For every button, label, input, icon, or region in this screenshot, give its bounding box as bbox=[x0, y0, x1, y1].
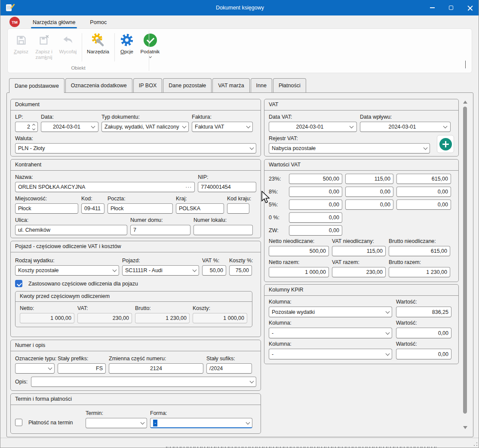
ribbon-tab-narzedzia-glowne[interactable]: Narzędzia główne bbox=[31, 16, 77, 28]
staly-prefiks-field[interactable]: FS bbox=[58, 363, 106, 374]
data-vat-combobox[interactable]: 2024-03-01 bbox=[269, 122, 357, 132]
rejestr-vat-combobox[interactable]: Nabycia pozostałe bbox=[269, 143, 430, 153]
titlebar: Dokument księgowy bbox=[0, 0, 479, 15]
chevron-down-icon bbox=[193, 268, 197, 272]
tab-inne[interactable]: Inne bbox=[251, 78, 272, 92]
czesciowe-odliczenia-checkbox[interactable] bbox=[15, 280, 22, 287]
maximize-icon bbox=[449, 6, 453, 10]
spinner-icons[interactable] bbox=[30, 124, 35, 130]
scrollbar-up-arrow-icon[interactable] bbox=[463, 101, 467, 104]
waluta-combobox[interactable]: PLN - Złoty bbox=[15, 143, 256, 153]
group-title: Termin i forma płatności bbox=[11, 394, 261, 405]
save-icon bbox=[10, 32, 32, 48]
vat-23-netto-field[interactable]: 500,00 bbox=[289, 174, 342, 184]
vat-23-vat-field[interactable]: 115,00 bbox=[345, 174, 393, 184]
group-vat: VAT Data VAT: 2024-03-01 Data wpływu: 20… bbox=[264, 99, 459, 156]
group-kontrahent: Kontrahent Nazwa: ORLEN SPÓŁKA AKCYJNA ·… bbox=[10, 159, 261, 238]
numer-domu-label: Numer domu: bbox=[130, 217, 190, 223]
undo-button[interactable]: Wycofaj bbox=[57, 32, 79, 55]
tools-button[interactable]: Narzędzia bbox=[84, 32, 112, 55]
group-title: Wartości VAT bbox=[264, 160, 458, 171]
vat-8-label: 8%: bbox=[269, 189, 289, 195]
pojazd-combobox[interactable]: SC1111R - Audi bbox=[122, 265, 199, 276]
options-button[interactable]: Opcje bbox=[116, 32, 138, 55]
brutto-razem-field[interactable]: 1 230,00 bbox=[389, 267, 450, 277]
close-button[interactable] bbox=[461, 0, 479, 15]
vat-23-label: 23%: bbox=[269, 176, 289, 182]
resize-grip[interactable] bbox=[476, 445, 477, 446]
tab-dane-podstawowe[interactable]: Dane podstawowe bbox=[9, 78, 64, 93]
vat-0-netto-field[interactable]: 0,00 bbox=[289, 212, 342, 223]
vat-5-vat-field[interactable]: 0,00 bbox=[345, 199, 393, 210]
vat-nieodliczany-field[interactable]: 115,00 bbox=[332, 246, 386, 256]
vat-5-netto-field[interactable]: 0,00 bbox=[289, 199, 342, 210]
lp-spinner[interactable]: 2 bbox=[15, 122, 38, 132]
wartosc-3-field[interactable]: 0,00 bbox=[396, 349, 451, 359]
czesciowe-odliczenia-label: Zastosowano częściowe odliczenia dla poj… bbox=[28, 281, 138, 287]
nazwa-field[interactable]: ORLEN SPÓŁKA AKCYJNA ··· bbox=[15, 182, 195, 192]
miejscowosc-field[interactable]: Płock bbox=[15, 203, 78, 214]
kwoty-vat-label: VAT: bbox=[77, 305, 132, 311]
numer-domu-field[interactable]: 7 bbox=[130, 225, 190, 235]
vat-8-brutto-field[interactable]: 0,00 bbox=[396, 187, 451, 197]
tab-platnosci[interactable]: Płatności bbox=[273, 78, 306, 92]
more-ellipsis-button[interactable]: ··· bbox=[183, 184, 192, 190]
kolumna-3-combobox[interactable]: - bbox=[269, 349, 392, 359]
vat-razem-field[interactable]: 230,00 bbox=[332, 267, 386, 277]
wartosc-1-field[interactable]: 836,25 bbox=[396, 307, 451, 317]
app-logo[interactable]: TM bbox=[9, 17, 20, 27]
scrollbar-down-arrow-icon[interactable] bbox=[463, 426, 467, 429]
save-and-close-button[interactable]: Zapisz i zamknij bbox=[32, 32, 56, 60]
termin-combobox[interactable] bbox=[86, 418, 147, 428]
save-button[interactable]: Zapisz bbox=[10, 32, 32, 55]
faktura-combobox[interactable]: Faktura VAT bbox=[192, 122, 253, 132]
oznaczenie-typu-combobox[interactable] bbox=[15, 363, 55, 374]
netto-razem-field[interactable]: 1 000,00 bbox=[269, 267, 329, 277]
maximize-button[interactable] bbox=[442, 0, 461, 15]
ulica-field[interactable]: ul. Chemików bbox=[15, 225, 127, 235]
chevron-down-icon bbox=[443, 124, 448, 129]
ribbon-tab-pomoc[interactable]: Pomoc bbox=[88, 16, 108, 28]
forma-combobox[interactable]: - bbox=[150, 418, 252, 428]
data-wplywu-combobox[interactable]: 2024-03-01 bbox=[360, 122, 451, 132]
vat-8-netto-field[interactable]: 0,00 bbox=[289, 187, 342, 197]
ribbon-collapse-button[interactable] bbox=[465, 61, 466, 68]
vat-procent-field[interactable]: 50,00 bbox=[202, 265, 226, 276]
chevron-down-icon bbox=[48, 366, 52, 370]
kolumna-1-combobox[interactable]: Pozostałe wydatki bbox=[269, 307, 392, 317]
kraj-field[interactable]: POLSKA bbox=[176, 203, 224, 214]
data-combobox[interactable]: 2024-03-01 bbox=[41, 122, 98, 132]
vertical-scrollbar[interactable] bbox=[461, 99, 469, 431]
zmienna-czesc-field[interactable]: 2124 bbox=[109, 363, 203, 374]
netto-nieodliczane-field[interactable]: 500,00 bbox=[269, 246, 329, 256]
wartosc-3-label: Wartość: bbox=[396, 341, 451, 347]
nip-field[interactable]: 7740001454 bbox=[198, 182, 256, 192]
typ-dokumentu-combobox[interactable]: Zakupy, wydatki, VAT naliczony bbox=[101, 122, 189, 132]
tab-oznaczenia-dodatkowe[interactable]: Oznaczenia dodatkowe bbox=[65, 78, 132, 92]
kolumna-2-combobox[interactable]: - bbox=[269, 328, 392, 338]
ribbon-separator bbox=[82, 33, 82, 61]
vat-8-vat-field[interactable]: 0,00 bbox=[345, 187, 393, 197]
rodzaj-wydatku-combobox[interactable]: Koszty pozostałe bbox=[15, 265, 119, 276]
minimize-button[interactable] bbox=[423, 0, 442, 15]
wartosc-2-field[interactable]: 0,00 bbox=[396, 328, 451, 338]
chevron-down-icon bbox=[250, 146, 254, 150]
tab-vat-marza[interactable]: VAT marża bbox=[212, 78, 249, 92]
poczta-field[interactable]: Płock bbox=[107, 203, 173, 214]
koszty-procent-field[interactable]: 75,00 bbox=[229, 265, 252, 276]
taxpayer-button[interactable]: Podatnik bbox=[138, 32, 163, 58]
kod-field[interactable]: 09-411 bbox=[81, 203, 104, 214]
numer-lokalu-field[interactable] bbox=[193, 225, 253, 235]
platnosc-na-termin-checkbox[interactable] bbox=[15, 419, 22, 426]
tab-ip-box[interactable]: IP BOX bbox=[133, 78, 162, 92]
vat-5-brutto-field[interactable]: 0,00 bbox=[396, 199, 451, 210]
vat-23-brutto-field[interactable]: 615,00 bbox=[396, 174, 451, 184]
brutto-nieodliczane-field[interactable]: 615,00 bbox=[389, 246, 450, 256]
opis-combobox[interactable] bbox=[31, 377, 256, 387]
vat-zw-netto-field[interactable]: 0,00 bbox=[289, 225, 342, 236]
kod-kraju-field[interactable] bbox=[227, 203, 249, 214]
add-rejestr-button[interactable] bbox=[437, 135, 454, 153]
tab-dane-pozostale[interactable]: Dane pozostałe bbox=[163, 78, 212, 92]
staly-sufiks-field[interactable]: /2024 bbox=[206, 363, 252, 374]
scrollbar-thumb[interactable] bbox=[463, 107, 467, 414]
